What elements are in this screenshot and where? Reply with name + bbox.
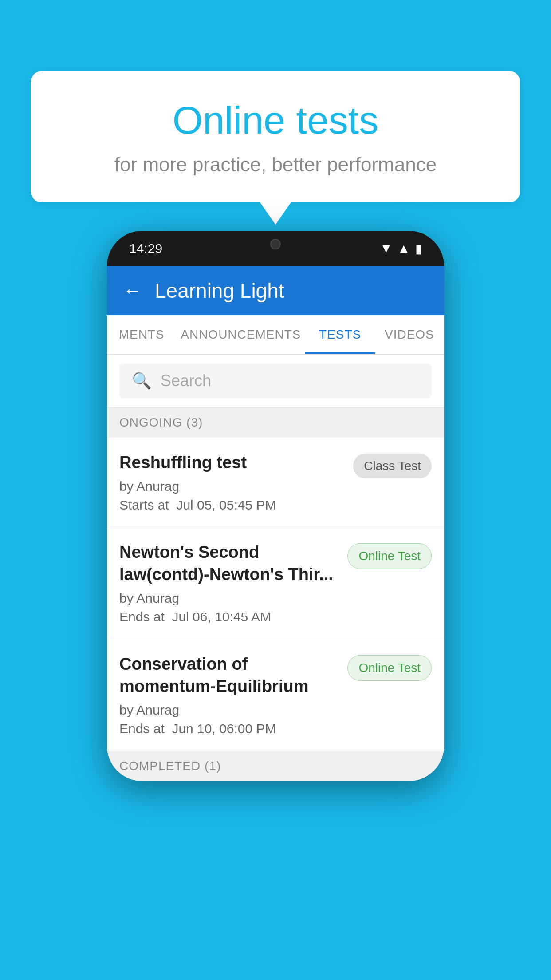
speech-bubble: Online tests for more practice, better p… xyxy=(31,71,520,202)
signal-icon: ▲ xyxy=(398,241,410,256)
ongoing-section-title: ONGOING (3) xyxy=(119,415,203,429)
wifi-icon: ▼ xyxy=(380,241,393,256)
tab-announcements[interactable]: ANNOUNCEMENTS xyxy=(176,315,305,354)
tab-ments[interactable]: MENTS xyxy=(107,315,176,354)
phone-camera xyxy=(270,239,281,249)
test-time-newton: Ends at Jul 06, 10:45 AM xyxy=(119,609,338,624)
test-time-reshuffling: Starts at Jul 05, 05:45 PM xyxy=(119,498,344,513)
test-author-conservation: by Anurag xyxy=(119,703,338,718)
battery-icon: ▮ xyxy=(415,241,422,256)
phone-time: 14:29 xyxy=(129,241,162,256)
search-input-wrapper[interactable]: 🔍 Search xyxy=(119,364,432,398)
test-info-reshuffling: Reshuffling test by Anurag Starts at Jul… xyxy=(119,452,353,513)
tab-tests[interactable]: TESTS xyxy=(305,315,374,354)
search-placeholder: Search xyxy=(161,371,211,390)
search-container: 🔍 Search xyxy=(107,355,444,407)
back-button[interactable]: ← xyxy=(123,280,142,301)
bubble-subtitle: for more practice, better performance xyxy=(53,154,498,176)
test-info-conservation: Conservation of momentum-Equilibrium by … xyxy=(119,653,347,736)
app-header: ← Learning Light xyxy=(107,266,444,315)
test-info-newton: Newton's Second law(contd)-Newton's Thir… xyxy=(119,541,347,624)
status-bar: 14:29 ▼ ▲ ▮ xyxy=(107,231,444,266)
test-badge-newton: Online Test xyxy=(347,543,432,569)
test-item-conservation[interactable]: Conservation of momentum-Equilibrium by … xyxy=(107,639,444,751)
test-item-newton[interactable]: Newton's Second law(contd)-Newton's Thir… xyxy=(107,527,444,639)
test-author-reshuffling: by Anurag xyxy=(119,479,344,494)
phone-notch xyxy=(240,231,311,257)
completed-section-title: COMPLETED (1) xyxy=(119,759,221,773)
test-name-reshuffling: Reshuffling test xyxy=(119,452,344,474)
ongoing-section-header: ONGOING (3) xyxy=(107,407,444,438)
phone-wrapper: 14:29 ▼ ▲ ▮ ← Learning Light MENTS ANNOU… xyxy=(107,231,444,781)
tabs-container: MENTS ANNOUNCEMENTS TESTS VIDEOS xyxy=(107,315,444,355)
completed-section-header: COMPLETED (1) xyxy=(107,751,444,781)
test-time-conservation: Ends at Jun 10, 06:00 PM xyxy=(119,721,338,736)
test-name-conservation: Conservation of momentum-Equilibrium xyxy=(119,653,338,697)
test-author-newton: by Anurag xyxy=(119,591,338,606)
test-badge-conservation: Online Test xyxy=(347,655,432,681)
tab-videos[interactable]: VIDEOS xyxy=(375,315,444,354)
status-icons: ▼ ▲ ▮ xyxy=(380,241,422,256)
bubble-title: Online tests xyxy=(53,98,498,143)
test-item-reshuffling[interactable]: Reshuffling test by Anurag Starts at Jul… xyxy=(107,438,444,527)
test-name-newton: Newton's Second law(contd)-Newton's Thir… xyxy=(119,541,338,585)
phone-frame: 14:29 ▼ ▲ ▮ ← Learning Light MENTS ANNOU… xyxy=(107,231,444,781)
app-title: Learning Light xyxy=(155,279,284,303)
app-screen: ← Learning Light MENTS ANNOUNCEMENTS TES… xyxy=(107,266,444,781)
test-badge-reshuffling: Class Test xyxy=(353,454,432,478)
search-icon: 🔍 xyxy=(132,371,152,390)
